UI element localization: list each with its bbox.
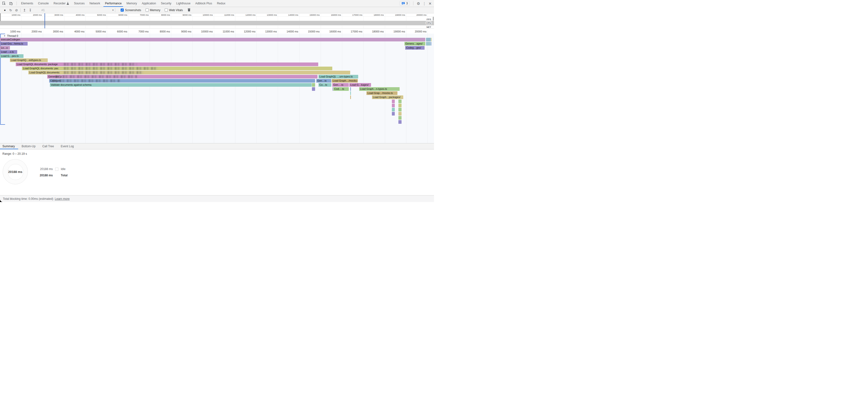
flame-bar[interactable]	[392, 108, 395, 112]
flame-bar[interactable]: Load Graph…/mocks.ts	[332, 79, 358, 83]
tab-bottom-up[interactable]: Bottom-Up	[18, 144, 39, 149]
flame-bar[interactable]	[398, 104, 402, 107]
flame-bar[interactable]	[398, 99, 402, 103]
flame-bar[interactable]: Load Grap…/mocks.ts	[366, 91, 397, 95]
profile-history-value: #1	[41, 8, 44, 12]
load-profile-button[interactable]: ↥	[22, 8, 27, 12]
message-bubble-icon	[402, 2, 405, 5]
ruler-tick-label: 5000 ms	[85, 30, 106, 33]
web-vitals-checkbox-group[interactable]: Web Vitals	[165, 8, 183, 12]
flame-bar[interactable]: Co…ts	[318, 83, 331, 87]
tab-security[interactable]: Security	[158, 0, 174, 7]
flame-bar[interactable]	[398, 112, 402, 116]
delete-profile-button[interactable]	[186, 8, 192, 12]
tab-summary[interactable]: Summary	[0, 144, 18, 149]
flame-bar[interactable]	[350, 91, 351, 95]
flame-bar[interactable]: Load GraphQL documents: package	[16, 62, 318, 66]
tab-performance[interactable]: Performance	[102, 0, 124, 7]
tab-label: Call Tree	[42, 145, 54, 148]
settings-gear-icon[interactable]: ⚙	[417, 2, 420, 5]
tab-network[interactable]: Network	[87, 0, 102, 7]
flame-bar[interactable]: Gen…ts	[316, 79, 331, 83]
flame-bar[interactable]: Load G…kages/	[349, 83, 371, 87]
tab-label: Network	[89, 2, 100, 5]
flame-bar[interactable]	[398, 116, 402, 120]
flame-bar[interactable]: Load G…pes.ts	[0, 54, 24, 58]
web-vitals-label: Web Vitals	[169, 8, 183, 12]
flame-bar[interactable]	[398, 108, 402, 112]
tab-console[interactable]: Console	[36, 0, 51, 7]
overview-left-grip[interactable]	[0, 13, 1, 21]
gridline	[235, 34, 236, 143]
track-selection-bracket-bottom	[0, 124, 5, 125]
flame-bar[interactable]	[350, 87, 351, 91]
tab-call-tree[interactable]: Call Tree	[39, 144, 57, 149]
net-lane-label: NET	[426, 26, 432, 28]
gridline	[171, 34, 171, 143]
tab-redux[interactable]: Redux	[215, 0, 228, 7]
inspect-element-icon[interactable]	[2, 1, 6, 6]
flame-bar[interactable]	[431, 42, 431, 45]
flame-bar-label: Codeg…ges/	[405, 46, 424, 50]
flame-bar[interactable]: Load Gra…hema.ts	[0, 42, 28, 45]
timeline-overview[interactable]: 1000 ms2000 ms3000 ms4000 ms5000 ms6000 …	[0, 13, 434, 29]
flame-bar[interactable]: Gen….ts	[332, 83, 349, 87]
flame-bar[interactable]: Genera…ages/	[404, 42, 425, 45]
flame-bar[interactable]: executeCodegen	[0, 38, 425, 41]
tab-memory[interactable]: Memory	[124, 0, 139, 7]
flame-bar-label: Load …s.ts	[0, 50, 17, 54]
clear-button[interactable]: ⊘	[13, 8, 20, 12]
tab-application[interactable]: Application	[140, 0, 159, 7]
tab-recorder[interactable]: Recorder	[51, 0, 71, 7]
screenshots-checkbox-group[interactable]: ✓ Screenshots	[121, 8, 141, 12]
flame-bar-label: Load Grap…/mocks.ts	[366, 91, 397, 95]
flame-bar[interactable]: Load GraphQ…ed/types.ts	[10, 58, 48, 62]
flame-bar[interactable]	[392, 99, 395, 103]
flame-bar[interactable]: Load GraphQL documents:	[28, 71, 350, 74]
tab-adblock-plus[interactable]: Adblock Plus	[193, 0, 214, 7]
screenshots-checkbox[interactable]: ✓	[121, 8, 124, 12]
flame-bar[interactable]	[392, 112, 395, 116]
profile-history-select[interactable]: #1 ▼	[41, 8, 114, 12]
flame-bar[interactable]	[392, 104, 395, 107]
flame-bar[interactable]	[312, 83, 315, 87]
flame-bar[interactable]: Generate: p	[47, 75, 317, 79]
flame-bar-label: Load GraphQL …urn-types.ts	[318, 75, 358, 79]
more-options-icon[interactable]: ⋮	[423, 2, 426, 5]
save-profile-button[interactable]: ↧	[27, 8, 33, 12]
flame-bar[interactable]: Load GraphQL …urn-types.ts	[318, 75, 358, 79]
flame-bar[interactable]: Codegen:	[49, 79, 315, 83]
flame-bar[interactable]	[431, 38, 432, 41]
tab-sources[interactable]: Sources	[71, 0, 87, 7]
tab-elements[interactable]: Elements	[19, 0, 36, 7]
flame-bar[interactable]: Load …s.ts	[0, 50, 17, 54]
flame-bar[interactable]	[312, 87, 315, 91]
web-vitals-checkbox[interactable]	[165, 8, 168, 12]
tab-event-log[interactable]: Event Log	[57, 144, 77, 149]
flame-bar[interactable]: Lo…s	[0, 46, 10, 50]
flame-bar[interactable]: Load Graph…packages/	[372, 95, 403, 99]
device-toolbar-icon[interactable]	[9, 1, 13, 6]
reload-and-record-button[interactable]: ↻	[8, 8, 13, 12]
memory-checkbox[interactable]	[146, 8, 149, 12]
flame-bar[interactable]: Cod….ts	[333, 87, 349, 91]
flame-bar[interactable]	[398, 120, 402, 124]
ruler-tick-label: 1000 ms	[0, 30, 20, 33]
tab-lighthouse[interactable]: Lighthouse	[174, 0, 193, 7]
flame-bar[interactable]	[426, 38, 431, 41]
memory-checkbox-group[interactable]: Memory	[146, 8, 160, 12]
flame-bar[interactable]: Load GraphQL documents: pac	[22, 67, 332, 70]
flame-bar[interactable]: Load Graph…n-types.ts	[359, 87, 400, 91]
issues-button[interactable]: 3	[400, 1, 410, 6]
close-icon[interactable]: ✕	[428, 2, 432, 5]
record-button[interactable]: ●	[2, 8, 8, 12]
flame-bar[interactable]	[426, 42, 431, 45]
flame-bar[interactable]: Validate documents against schema	[50, 83, 312, 87]
learn-more-link[interactable]: Learn more	[55, 197, 69, 200]
flame-bar[interactable]: Codeg…ges/	[405, 46, 424, 50]
summary-panel: Range: 0 – 20.19 s 20188 ms 20188 ms Idl…	[0, 150, 434, 195]
ruler-tick-label: 3000 ms	[42, 13, 63, 16]
thread-header[interactable]: ▼ Thread 0	[4, 34, 18, 38]
flame-bar[interactable]	[350, 95, 351, 99]
vertical-scrollbar-thumb[interactable]	[433, 17, 434, 21]
